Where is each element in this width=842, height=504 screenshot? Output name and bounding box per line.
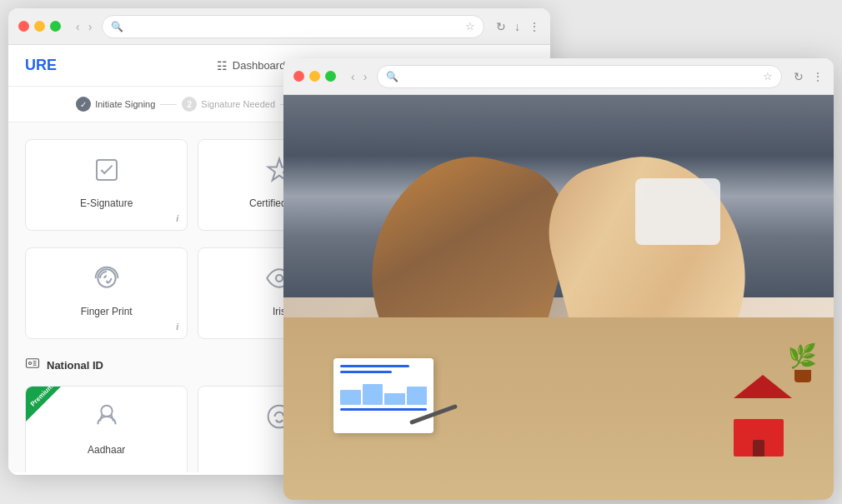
- plant-prop: 🌿: [788, 342, 817, 382]
- browser-actions: ↻ ↓ ⋮: [496, 20, 540, 33]
- refresh-icon-2[interactable]: ↻: [794, 70, 804, 83]
- doc-chart: [340, 380, 427, 405]
- handshake-background: 🌿: [283, 95, 834, 500]
- forward-arrow[interactable]: ›: [85, 18, 96, 35]
- house-door: [753, 440, 764, 457]
- card-label-esignature: E-Signature: [80, 197, 133, 209]
- bookmark-icon[interactable]: ☆: [465, 20, 475, 32]
- more-icon[interactable]: ⋮: [529, 20, 540, 33]
- card-aadhaar[interactable]: Premium Aadhaar: [25, 386, 188, 472]
- handshake-content: 🌿: [283, 95, 834, 500]
- step-label-1: Initiate Signing: [95, 99, 155, 109]
- step-signature-needed[interactable]: 2 Signature Needed: [182, 97, 275, 112]
- step-divider-1: [160, 104, 177, 105]
- traffic-light-yellow[interactable]: [34, 21, 45, 32]
- browser-titlebar-2: ‹ › 🔍 ☆ ↻ ⋮: [283, 58, 834, 95]
- back-arrow-2[interactable]: ‹: [348, 68, 358, 85]
- doc-bar-4: [407, 387, 428, 405]
- address-bar[interactable]: 🔍 ☆: [102, 15, 484, 38]
- step-label-2: Signature Needed: [201, 99, 275, 109]
- plant-pot: [794, 370, 811, 382]
- fingerprint-icon: [93, 265, 120, 297]
- card-info-fingerprint: i: [176, 322, 178, 332]
- doc-bar-3: [384, 393, 405, 405]
- doc-line-2: [340, 371, 392, 373]
- app-logo: URE: [25, 57, 57, 74]
- browser-titlebar: ‹ › 🔍 ☆ ↻ ↓ ⋮: [8, 8, 550, 45]
- doc-bar-1: [340, 390, 361, 405]
- more-icon-2[interactable]: ⋮: [812, 70, 824, 83]
- back-arrow[interactable]: ‹: [73, 18, 83, 35]
- house-body: [734, 419, 784, 457]
- nav-label-dashboard: Dashboard: [233, 59, 286, 72]
- traffic-lights-2: [293, 71, 336, 82]
- card-label-fingerprint: Finger Print: [81, 306, 133, 317]
- search-icon: 🔍: [111, 21, 123, 32]
- aadhaar-icon: [93, 403, 120, 436]
- doc-line-1: [340, 365, 409, 367]
- card-e-signature[interactable]: E-Signature i: [25, 139, 188, 231]
- browser-actions-2: ↻ ⋮: [794, 70, 824, 83]
- address-bar-2[interactable]: 🔍 ☆: [377, 65, 782, 88]
- id-card-icon: [25, 356, 40, 374]
- card-label-aadhaar: Aadhaar: [88, 444, 125, 456]
- svg-line-5: [100, 414, 103, 421]
- shirt-cuff: [635, 178, 720, 245]
- search-icon-2: 🔍: [386, 71, 398, 82]
- esign-icon: [93, 157, 120, 189]
- traffic-lights: [18, 21, 61, 32]
- svg-rect-3: [27, 359, 39, 368]
- nav-arrows: ‹ ›: [73, 18, 95, 35]
- doc-line-3: [340, 408, 427, 411]
- bookmark-icon-2[interactable]: ☆: [763, 70, 773, 82]
- section-title-national-id: National ID: [47, 359, 103, 372]
- forward-arrow-2[interactable]: ›: [360, 68, 371, 85]
- traffic-light-red[interactable]: [18, 21, 29, 32]
- traffic-light-green[interactable]: [50, 21, 61, 32]
- dashboard-icon: ☷: [217, 59, 228, 72]
- traffic-light-green-2[interactable]: [325, 71, 336, 82]
- download-icon[interactable]: ↓: [514, 20, 520, 33]
- doc-bar-2: [363, 384, 383, 405]
- card-finger-print[interactable]: Finger Print i: [25, 247, 188, 339]
- card-info-esignature: i: [176, 213, 178, 223]
- svg-point-4: [29, 362, 32, 365]
- house-roof: [734, 375, 792, 398]
- table-scene: 🌿: [283, 317, 834, 500]
- nav-arrows-2: ‹ ›: [348, 68, 370, 85]
- secondary-browser-window: ‹ › 🔍 ☆ ↻ ⋮: [283, 58, 834, 500]
- nav-item-dashboard[interactable]: ☷ Dashboard: [217, 56, 286, 76]
- url-input[interactable]: [128, 21, 460, 32]
- house-prop: [734, 375, 792, 442]
- traffic-light-red-2[interactable]: [293, 71, 304, 82]
- svg-point-2: [276, 275, 283, 282]
- step-initiate-signing[interactable]: ✓ Initiate Signing: [76, 97, 155, 112]
- refresh-icon[interactable]: ↻: [496, 20, 506, 33]
- traffic-light-yellow-2[interactable]: [309, 71, 320, 82]
- svg-line-6: [111, 414, 113, 421]
- step-num-2: 2: [182, 97, 197, 112]
- step-check-1: ✓: [76, 97, 91, 112]
- url-input-2[interactable]: [403, 71, 758, 82]
- plant-leaves: 🌿: [788, 342, 817, 370]
